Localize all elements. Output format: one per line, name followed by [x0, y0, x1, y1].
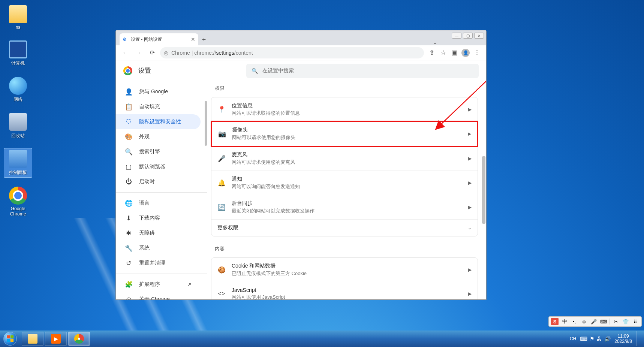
desktop-icon-controlpanel[interactable]: 控制面板 — [4, 148, 32, 178]
tab-search-button[interactable]: ⌄ — [429, 39, 441, 45]
sidebar-separator — [116, 192, 207, 193]
extension-icon: 🧩 — [125, 281, 132, 289]
back-button[interactable]: ← — [120, 47, 131, 58]
tray-keyboard-icon[interactable]: ⌨ — [580, 336, 587, 342]
desktop-icon-network[interactable]: 网络 — [4, 75, 32, 104]
content-card: 🍪 Cookie 和网站数据已阻止无痕模式下的第三方 Cookie ▶ <> J… — [211, 257, 478, 299]
desktop-icon-ns[interactable]: ns — [4, 4, 32, 31]
search-input[interactable]: 🔍 在设置中搜索 — [246, 64, 479, 78]
maximize-button[interactable]: ▢ — [463, 33, 473, 39]
chevron-right-icon: ▶ — [468, 107, 472, 112]
bookmark-button[interactable]: ☆ — [437, 47, 449, 58]
external-link-icon: ↗ — [187, 281, 192, 287]
desktop-icon-label: Google Chrome — [4, 206, 31, 217]
show-desktop-button[interactable] — [637, 331, 642, 346]
tray-volume-icon[interactable]: 🔊 — [604, 336, 611, 342]
tray-time: 11:09 — [614, 334, 632, 339]
ime-lang-button[interactable]: 中 — [561, 318, 568, 325]
sidebar-item-default-browser[interactable]: ▢默认浏览器 — [116, 159, 201, 174]
ime-brand-icon[interactable]: S — [551, 318, 559, 325]
sidebar-item-appearance[interactable]: 🎨外观 — [116, 129, 201, 144]
tray-flag-icon[interactable]: ⚑ — [590, 336, 595, 342]
share-button[interactable]: ⇪ — [426, 47, 437, 58]
ime-separator — [610, 319, 610, 325]
tray-clock[interactable]: 11:09 2022/9/8 — [614, 334, 632, 344]
close-window-button[interactable]: ✕ — [474, 33, 484, 39]
avatar-icon: 👤 — [461, 49, 470, 57]
reset-icon: ↺ — [125, 259, 132, 267]
tray-date: 2022/9/8 — [614, 339, 632, 344]
chevron-right-icon: ▶ — [468, 291, 472, 296]
sidebar-item-accessibility[interactable]: ✱无障碍 — [116, 226, 201, 241]
sidebar-item-reset[interactable]: ↺重置并清理 — [116, 256, 201, 271]
url-text: Chrome | chrome://settings/content — [171, 50, 253, 56]
ime-clip-button[interactable]: ✂ — [612, 318, 620, 325]
ime-skin-button[interactable]: 👕 — [622, 318, 629, 325]
ime-voice-button[interactable]: 🎤 — [590, 318, 598, 325]
ime-emoji-button[interactable]: ☺ — [580, 318, 588, 325]
profile-button[interactable]: 👤 — [460, 47, 471, 58]
sidebar-item-privacy[interactable]: 🛡隐私设置和安全性 — [116, 114, 201, 129]
sidebar-item-you-and-google[interactable]: 👤您与 Google — [116, 84, 201, 99]
settings-body: 👤您与 Google 📋自动填充 🛡隐私设置和安全性 🎨外观 🔍搜索引擎 ▢默认… — [116, 81, 486, 299]
sidebar-item-onstartup[interactable]: ⏻启动时 — [116, 174, 201, 189]
accessibility-icon: ✱ — [125, 229, 132, 237]
sidebar-item-about[interactable]: ◎关于 Chrome — [116, 292, 201, 299]
menu-button[interactable]: ⋮ — [471, 47, 482, 58]
tray-language[interactable]: CH — [570, 336, 576, 341]
power-icon: ⏻ — [125, 178, 132, 185]
tab-title: 设置 - 网站设置 — [131, 36, 162, 43]
chevron-right-icon: ▶ — [468, 180, 472, 185]
globe-icon: 🌐 — [125, 199, 132, 207]
task-chrome[interactable] — [68, 332, 90, 346]
sidebar-item-search-engine[interactable]: 🔍搜索引擎 — [116, 144, 201, 159]
gear-icon: ⚙ — [123, 37, 128, 42]
permission-row-camera[interactable]: 📷 摄像头网站可以请求使用您的摄像头 ▶ — [211, 121, 478, 147]
sidebar-item-downloads[interactable]: ⬇下载内容 — [116, 211, 201, 226]
new-tab-button[interactable]: + — [198, 34, 210, 45]
extensions-button[interactable]: ▣ — [449, 47, 460, 58]
task-media-player[interactable]: ▶ — [45, 332, 67, 346]
search-icon: 🔍 — [125, 148, 132, 156]
browser-tab[interactable]: ⚙ 设置 - 网站设置 ✕ — [120, 33, 198, 45]
autofill-icon: 📋 — [125, 103, 132, 111]
permission-row-background-sync[interactable]: 🔄 后台同步最近关闭的网站可以完成数据收发操作 ▶ — [211, 195, 478, 219]
ime-punct-button[interactable]: •, — [571, 318, 578, 325]
ime-float-bar[interactable]: S 中 •, ☺ 🎤 ⌨ ✂ 👕 ⠿ — [548, 316, 642, 327]
sidebar-item-languages[interactable]: 🌐语言 — [116, 196, 201, 211]
tray-network-icon[interactable]: 🖧 — [597, 336, 602, 342]
close-tab-button[interactable]: ✕ — [191, 36, 195, 42]
sidebar-item-system[interactable]: 🔧系统 — [116, 241, 201, 256]
minimize-button[interactable]: — — [452, 33, 461, 39]
chevron-right-icon: ▶ — [468, 205, 472, 210]
bell-icon: 🔔 — [217, 179, 226, 187]
code-icon: <> — [217, 290, 226, 298]
permission-row-notifications[interactable]: 🔔 通知网站可以询问能否向您发送通知 ▶ — [211, 171, 478, 195]
desktop-icon-label: 控制面板 — [5, 169, 31, 176]
ime-keyboard-button[interactable]: ⌨ — [600, 318, 607, 325]
content-row-cookies[interactable]: 🍪 Cookie 和网站数据已阻止无痕模式下的第三方 Cookie ▶ — [211, 258, 478, 282]
window-controls: — ▢ ✕ — [452, 33, 484, 39]
chrome-logo-icon — [123, 66, 132, 75]
desktop-icon-chrome[interactable]: Google Chrome — [4, 185, 32, 218]
reload-button[interactable]: ⟳ — [147, 47, 158, 58]
sidebar-item-extensions[interactable]: 🧩扩展程序↗ — [116, 277, 201, 292]
chrome-page-icon: ◎ — [164, 50, 168, 56]
settings-header: 设置 🔍 在设置中搜索 — [116, 60, 486, 81]
desktop-icon-recyclebin[interactable]: 回收站 — [4, 112, 32, 141]
sidebar-item-autofill[interactable]: 📋自动填充 — [116, 99, 201, 114]
content-row-javascript[interactable]: <> JavaScript网站可以使用 JavaScript ▶ — [211, 282, 478, 299]
permission-row-location[interactable]: 📍 位置信息网站可以请求取得您的位置信息 ▶ — [211, 97, 478, 121]
chrome-window: — ▢ ✕ ⚙ 设置 - 网站设置 ✕ + ⌄ ← → ⟳ ◎ Chrome |… — [115, 30, 487, 300]
permission-row-more[interactable]: 更多权限 ⌄ — [211, 219, 478, 236]
sidebar-separator — [116, 274, 207, 274]
permission-row-microphone[interactable]: 🎤 麦克风网站可以请求使用您的麦克风 ▶ — [211, 146, 478, 171]
desktop-icon-computer[interactable]: 计算机 — [4, 39, 32, 68]
forward-button[interactable]: → — [133, 47, 144, 58]
start-button[interactable] — [0, 331, 20, 347]
ime-grip-icon[interactable]: ⠿ — [632, 318, 639, 325]
shield-icon: 🛡 — [125, 118, 132, 126]
address-bar[interactable]: ◎ Chrome | chrome://settings/content — [160, 47, 424, 58]
svg-rect-4 — [10, 339, 13, 342]
task-explorer[interactable] — [22, 332, 43, 346]
